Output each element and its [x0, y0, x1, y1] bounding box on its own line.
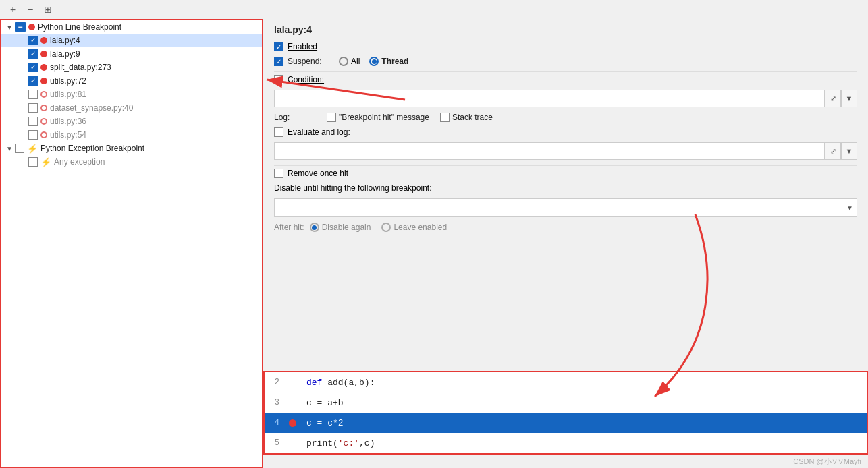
divider-2 — [274, 165, 857, 166]
leave-enabled-label: Leave enabled — [394, 223, 447, 232]
fn-name: add(a,b): — [327, 378, 375, 388]
bp-label-utils72: utils.py:72 — [50, 76, 86, 86]
bp-item-utils72[interactable]: utils.py:72 — [1, 74, 262, 88]
bp-dot-icon — [40, 37, 47, 44]
chevron-condition-btn[interactable]: ▼ — [841, 90, 857, 107]
remove-button[interactable]: − — [23, 2, 38, 17]
all-radio-label: All — [351, 57, 360, 66]
condition-row: Condition: — [274, 75, 857, 84]
suspend-checkbox[interactable] — [274, 57, 283, 66]
python-line-bp-group[interactable]: ▼ Python Line Breakpoint — [1, 20, 262, 34]
none-dropdown-wrapper: ▼ — [274, 198, 857, 217]
thread-radio-circle[interactable] — [369, 57, 379, 66]
bp-checkbox-lala4[interactable] — [28, 36, 38, 45]
bp-checkbox-split273[interactable] — [28, 63, 38, 72]
watermark-area: CSDN @小∨∨Mayfi — [263, 455, 868, 468]
chevron-evaluate-btn[interactable]: ▼ — [841, 142, 857, 160]
settings-button[interactable]: ⊞ — [40, 2, 55, 17]
after-hit-row: After hit: Disable again Leave enabled — [274, 223, 857, 232]
bp-item-utils54[interactable]: utils.py:54 — [1, 128, 262, 142]
leave-enabled-option[interactable]: Leave enabled — [381, 223, 447, 232]
thread-radio-option[interactable]: Thread — [369, 57, 408, 66]
disable-again-radio[interactable] — [310, 223, 319, 232]
main-container: ▼ Python Line Breakpoint lala.py:4 lala.… — [0, 19, 868, 468]
hit-message-label: "Breakpoint hit" message — [339, 113, 429, 122]
spacer — [18, 116, 28, 127]
enabled-row: Enabled — [274, 42, 857, 51]
line-num-5: 5 — [265, 438, 286, 448]
leave-enabled-radio[interactable] — [381, 223, 391, 232]
condition-label: Condition: — [288, 75, 324, 84]
hit-message-option[interactable]: "Breakpoint hit" message — [327, 113, 429, 122]
bp-label-utils54: utils.py:54 — [50, 130, 86, 140]
properties-panel: lala.py:4 Enabled Suspend: All Thread — [263, 19, 868, 371]
bp-label-dataset40: dataset_synapse.py:40 — [50, 103, 133, 113]
thread-radio-label: Thread — [381, 57, 408, 66]
stack-trace-label: Stack trace — [452, 113, 493, 122]
bp-item-dataset40[interactable]: dataset_synapse.py:40 — [1, 101, 262, 115]
bp-label-any-exception: Any exception — [54, 157, 105, 167]
chevron-down-icon: ▼ — [4, 143, 15, 154]
code-text-3: c = a+b — [298, 398, 344, 408]
line-num-4: 4 — [265, 418, 286, 428]
evaluate-input-row: ⤢ ▼ — [274, 142, 857, 160]
condition-checkbox[interactable] — [274, 75, 283, 84]
all-radio-circle[interactable] — [339, 57, 348, 66]
chevron-down-icon: ▼ — [4, 22, 15, 32]
spacer — [18, 62, 28, 73]
spacer — [18, 76, 28, 86]
disable-again-option[interactable]: Disable again — [310, 223, 371, 232]
remove-once-hit-checkbox[interactable] — [274, 169, 283, 178]
bp-label-lala4: lala.py:4 — [50, 36, 80, 45]
enabled-checkbox[interactable] — [274, 42, 283, 51]
bp-item-utils81[interactable]: utils.py:81 — [1, 88, 262, 101]
stack-trace-checkbox[interactable] — [440, 113, 450, 122]
stack-trace-option[interactable]: Stack trace — [440, 113, 493, 122]
keyword-def: def — [306, 378, 322, 388]
bp-item-lala9[interactable]: lala.py:9 — [1, 47, 262, 61]
bp-checkbox-any-exception[interactable] — [28, 157, 38, 167]
breakpoint-dot-icon — [28, 24, 35, 30]
log-row: Log: "Breakpoint hit" message Stack trac… — [274, 113, 857, 122]
bp-item-utils36[interactable]: utils.py:36 — [1, 115, 262, 128]
code-text-4: c = c*2 — [298, 418, 344, 428]
bp-item-lala4[interactable]: lala.py:4 — [1, 34, 262, 47]
bp-dot-outline-icon — [40, 105, 47, 111]
condition-input[interactable] — [274, 90, 825, 107]
spacer — [18, 89, 28, 100]
bp-item-split273[interactable]: split_data.py:273 — [1, 61, 262, 74]
watermark-text: CSDN @小∨∨Mayfi — [793, 457, 861, 467]
suspend-row: Suspend: All Thread — [274, 57, 857, 66]
right-side: lala.py:4 Enabled Suspend: All Thread — [263, 19, 868, 468]
bp-checkbox-utils54[interactable] — [28, 130, 38, 140]
exception-group-checkbox[interactable] — [15, 144, 24, 153]
python-exception-bp-group[interactable]: ▼ ⚡ Python Exception Breakpoint — [1, 142, 262, 155]
enabled-label: Enabled — [288, 42, 317, 51]
code-line-2: 2 def add(a,b): — [265, 372, 867, 392]
suspend-label: Suspend: — [288, 57, 335, 66]
bp-checkbox-utils36[interactable] — [28, 117, 38, 126]
evaluate-log-checkbox[interactable] — [274, 127, 283, 137]
remove-once-hit-label: Remove once hit — [288, 169, 348, 178]
code-line-5: 5 print('c:',c) — [265, 433, 867, 453]
bp-checkbox-lala9[interactable] — [28, 49, 38, 59]
bp-checkbox-dataset40[interactable] — [28, 103, 38, 113]
breakpoints-panel: ▼ Python Line Breakpoint lala.py:4 lala.… — [0, 19, 263, 468]
expand-condition-btn[interactable]: ⤢ — [825, 90, 841, 107]
evaluate-input[interactable] — [274, 142, 825, 160]
bp-area-4 — [286, 419, 298, 427]
bp-item-any-exception[interactable]: ⚡ Any exception — [1, 155, 262, 169]
hit-message-checkbox[interactable] — [327, 113, 336, 122]
lightning-icon: ⚡ — [27, 144, 38, 154]
bp-checkbox-utils81[interactable] — [28, 90, 38, 99]
none-dropdown[interactable] — [274, 198, 857, 217]
bp-checkbox-utils72[interactable] — [28, 76, 38, 86]
add-button[interactable]: + — [5, 2, 20, 17]
after-hit-label: After hit: — [274, 223, 304, 232]
spacer — [18, 35, 28, 46]
lightning-icon-dim: ⚡ — [40, 157, 51, 167]
all-radio-option[interactable]: All — [339, 57, 360, 66]
bp-label-utils81: utils.py:81 — [50, 90, 86, 99]
expand-evaluate-btn[interactable]: ⤢ — [825, 142, 841, 160]
spacer — [18, 129, 28, 140]
